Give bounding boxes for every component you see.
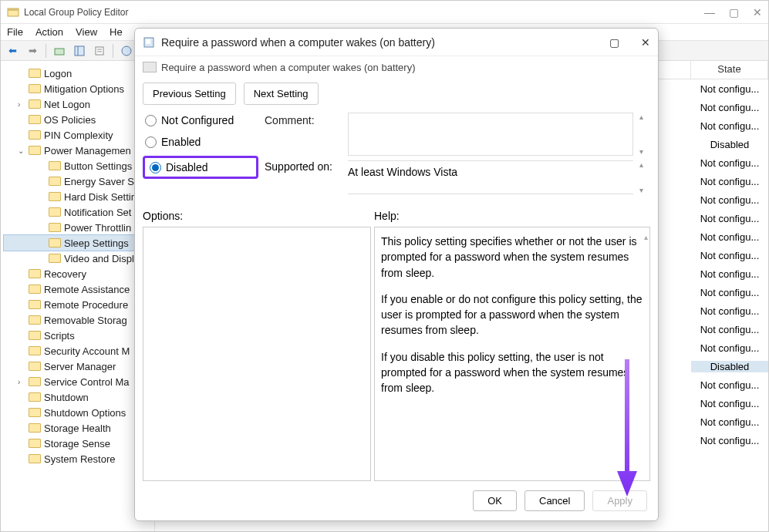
- main-titlebar: Local Group Policy Editor — ▢ ✕: [1, 1, 768, 24]
- tree-node[interactable]: Button Settings: [4, 158, 151, 173]
- dialog-nav: Previous Setting Next Setting: [135, 78, 658, 113]
- tree-node[interactable]: Security Account M: [4, 343, 151, 359]
- svg-rect-2: [55, 49, 64, 55]
- radio-not-configured-input[interactable]: [145, 115, 157, 126]
- tree-node-label: Power Throttlin: [64, 222, 131, 234]
- list-cell-state: Not configu...: [691, 379, 768, 391]
- tree-node[interactable]: System Restore: [4, 451, 151, 466]
- tree-panel[interactable]: LogonMitigation Options›Net LogonOS Poli…: [1, 61, 155, 531]
- tree-node[interactable]: OS Policies: [4, 112, 151, 127]
- supported-scrollbar[interactable]: ▴▾: [639, 160, 650, 194]
- tree-node[interactable]: Shutdown: [4, 389, 151, 405]
- radio-disabled-input[interactable]: [150, 162, 161, 173]
- chevron-icon[interactable]: ›: [18, 100, 27, 109]
- tree-node[interactable]: Sleep Settings: [4, 235, 151, 251]
- tree-node[interactable]: ›Service Control Ma: [4, 374, 151, 389]
- radio-not-configured-label: Not Configured: [161, 114, 234, 126]
- tree-node-label: Button Settings: [64, 160, 132, 172]
- menu-help[interactable]: He: [110, 26, 123, 38]
- list-cell-state: Not configu...: [691, 416, 768, 428]
- tree-node-label: Storage Sense: [44, 438, 110, 450]
- tree-node-label: Mitigation Options: [44, 83, 124, 95]
- up-button[interactable]: [51, 42, 68, 59]
- tree-node[interactable]: ›Net Logon: [4, 96, 151, 112]
- window-title: Local Group Policy Editor: [24, 7, 128, 18]
- maximize-button[interactable]: ▢: [729, 6, 739, 19]
- tree-node[interactable]: Scripts: [4, 328, 151, 343]
- list-cell-state: Not configu...: [691, 176, 768, 187]
- list-cell-state: Not configu...: [691, 268, 768, 280]
- next-setting-button[interactable]: Next Setting: [244, 82, 319, 105]
- svg-rect-3: [75, 46, 84, 56]
- dialog-maximize-button[interactable]: ▢: [609, 36, 619, 49]
- help-scroll-up-icon[interactable]: ▴: [644, 232, 648, 244]
- forward-button[interactable]: ➡: [24, 42, 41, 59]
- help-toolbar-button[interactable]: [118, 42, 135, 59]
- minimize-button[interactable]: —: [704, 6, 715, 19]
- tree-node[interactable]: PIN Complexity: [4, 127, 151, 143]
- col-state[interactable]: State: [691, 61, 768, 79]
- folder-icon: [29, 269, 41, 278]
- scroll-down-icon[interactable]: ▾: [639, 186, 650, 194]
- tree-node[interactable]: Recovery: [4, 266, 151, 281]
- options-pane: [143, 227, 371, 481]
- tree-node[interactable]: Energy Saver Se: [4, 173, 151, 189]
- tree-node[interactable]: Notification Set: [4, 204, 151, 220]
- list-cell-state: Not configu...: [691, 305, 768, 317]
- apply-button[interactable]: Apply: [592, 490, 647, 511]
- options-label: Options:: [143, 210, 374, 222]
- scroll-down-icon[interactable]: ▾: [639, 147, 650, 156]
- folder-icon: [49, 223, 61, 232]
- back-button[interactable]: ⬅: [4, 42, 21, 59]
- radio-disabled[interactable]: Disabled: [143, 156, 258, 179]
- list-cell-state: Not configu...: [691, 157, 768, 169]
- tree-node[interactable]: Server Manager: [4, 359, 151, 374]
- tree-node[interactable]: ⌄Power Managemen: [4, 143, 151, 158]
- folder-icon: [49, 254, 61, 263]
- help-paragraph: If you disable this policy setting, the …: [381, 349, 643, 396]
- radio-not-configured[interactable]: Not Configured: [143, 113, 258, 128]
- tree-node[interactable]: Power Throttlin: [4, 220, 151, 235]
- menu-action[interactable]: Action: [35, 26, 63, 38]
- scroll-up-icon[interactable]: ▴: [639, 113, 650, 121]
- tree-node[interactable]: Video and Displ: [4, 251, 151, 266]
- chevron-icon[interactable]: ⌄: [18, 146, 27, 155]
- previous-setting-button[interactable]: Previous Setting: [143, 82, 236, 105]
- tree-node-label: Shutdown Options: [44, 407, 126, 419]
- chevron-icon[interactable]: ›: [18, 378, 27, 386]
- folder-icon: [29, 69, 41, 78]
- tree-node[interactable]: Remote Assistance: [4, 281, 151, 297]
- tree-node[interactable]: Removable Storag: [4, 312, 151, 328]
- tree-node-label: Notification Set: [64, 207, 131, 218]
- show-hide-tree-button[interactable]: [71, 42, 88, 59]
- comment-input[interactable]: [348, 113, 633, 156]
- tree-node-label: Sleep Settings: [64, 237, 129, 249]
- tree-node[interactable]: Hard Disk Settin: [4, 189, 151, 204]
- tree-node-label: Storage Health: [44, 423, 111, 434]
- tree-node-label: Remote Assistance: [44, 284, 130, 295]
- dialog-close-button[interactable]: ✕: [641, 36, 650, 49]
- radio-enabled-input[interactable]: [145, 136, 157, 148]
- cancel-button[interactable]: Cancel: [524, 490, 585, 511]
- close-button[interactable]: ✕: [753, 6, 762, 19]
- properties-button[interactable]: [91, 42, 108, 59]
- tree-node[interactable]: Remote Procedure: [4, 297, 151, 312]
- list-cell-state: Not configu...: [691, 398, 768, 409]
- list-cell-state: Not configu...: [691, 250, 768, 261]
- ok-button[interactable]: OK: [473, 490, 517, 511]
- menu-file[interactable]: File: [7, 26, 23, 38]
- tree-node[interactable]: Mitigation Options: [4, 81, 151, 96]
- tree-node[interactable]: Logon: [4, 66, 151, 81]
- comment-scrollbar[interactable]: ▴▾: [639, 113, 650, 156]
- scroll-up-icon[interactable]: ▴: [639, 160, 650, 169]
- menu-view[interactable]: View: [76, 26, 97, 38]
- tree-node[interactable]: Shutdown Options: [4, 405, 151, 420]
- folder-icon: [29, 99, 41, 109]
- policy-subtitle-icon: [143, 62, 157, 72]
- tree-node[interactable]: Storage Sense: [4, 436, 151, 451]
- tree-node[interactable]: Storage Health: [4, 420, 151, 436]
- policy-icon: [143, 36, 155, 49]
- radio-enabled[interactable]: Enabled: [143, 134, 258, 150]
- help-paragraph: If you enable or do not configure this p…: [381, 291, 643, 338]
- folder-icon: [29, 146, 41, 155]
